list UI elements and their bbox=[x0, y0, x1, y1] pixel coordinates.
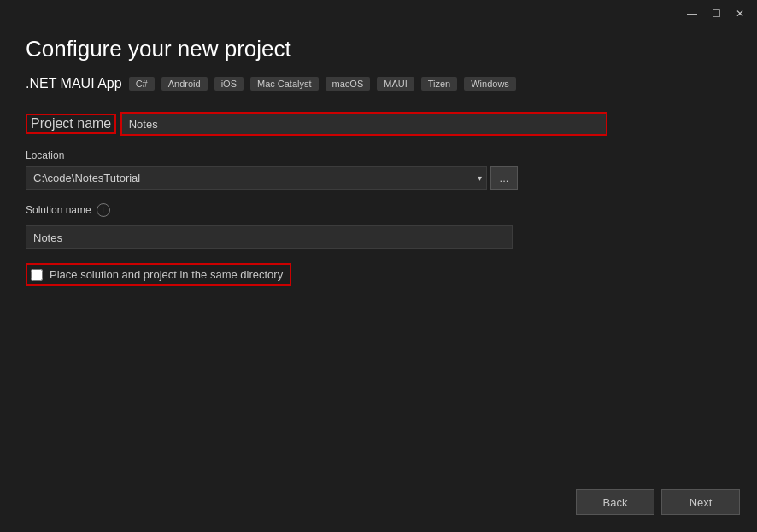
tag-maui: MAUI bbox=[377, 77, 414, 91]
footer: Back Next bbox=[576, 489, 740, 515]
location-label: Location bbox=[26, 149, 731, 161]
browse-button[interactable]: ... bbox=[490, 166, 518, 190]
location-select[interactable]: C:\code\NotesTutorial bbox=[26, 166, 487, 190]
location-row: C:\code\NotesTutorial ▾ ... bbox=[26, 166, 731, 190]
same-directory-checkbox[interactable] bbox=[31, 269, 43, 281]
tag-mac-catalyst: Mac Catalyst bbox=[250, 77, 319, 91]
minimize-button[interactable]: — bbox=[682, 6, 702, 21]
tag-macos: macOS bbox=[326, 77, 371, 91]
project-type-name: .NET MAUI App bbox=[26, 76, 122, 91]
same-directory-label: Place solution and project in the same d… bbox=[50, 268, 283, 281]
solution-name-label: Solution name bbox=[26, 204, 91, 216]
solution-label-row: Solution name i bbox=[26, 203, 731, 217]
location-section: Location C:\code\NotesTutorial ▾ ... bbox=[26, 149, 731, 190]
main-content: Configure your new project .NET MAUI App… bbox=[0, 27, 757, 303]
same-directory-checkbox-wrapper: Place solution and project in the same d… bbox=[26, 263, 291, 286]
project-name-section: Project name bbox=[26, 112, 731, 136]
info-icon: i bbox=[97, 203, 110, 217]
close-button[interactable]: ✕ bbox=[730, 6, 750, 21]
tag-ios: iOS bbox=[214, 77, 244, 91]
solution-name-section: Solution name i bbox=[26, 203, 731, 249]
project-name-input[interactable] bbox=[120, 112, 607, 136]
next-button[interactable]: Next bbox=[661, 489, 740, 515]
solution-name-input[interactable] bbox=[26, 225, 513, 249]
tag-android: Android bbox=[161, 77, 208, 91]
location-select-wrapper: C:\code\NotesTutorial ▾ bbox=[26, 166, 487, 190]
tag-tizen: Tizen bbox=[421, 77, 458, 91]
tag-csharp: C# bbox=[129, 77, 155, 91]
restore-button[interactable]: ☐ bbox=[706, 6, 726, 21]
checkbox-section: Place solution and project in the same d… bbox=[26, 263, 731, 286]
title-bar: — ☐ ✕ bbox=[0, 0, 757, 27]
back-button[interactable]: Back bbox=[576, 489, 654, 515]
page-title: Configure your new project bbox=[26, 36, 731, 62]
project-type-row: .NET MAUI App C# Android iOS Mac Catalys… bbox=[26, 76, 731, 91]
project-name-label: Project name bbox=[26, 114, 116, 134]
tag-windows: Windows bbox=[464, 77, 516, 91]
